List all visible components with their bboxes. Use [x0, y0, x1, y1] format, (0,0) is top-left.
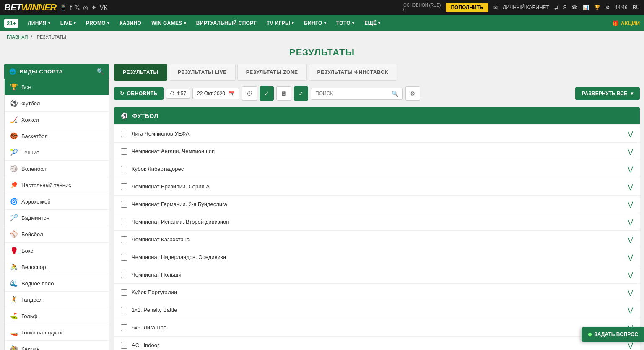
sidebar-item-баскетбол[interactable]: 🏀Баскетбол	[5, 128, 109, 144]
cabinet-label[interactable]: ЛИЧНЫЙ КАБИНЕТ	[503, 5, 549, 10]
competition-row[interactable]: Кубок Португалии⋁	[114, 284, 640, 301]
sidebar-item-бадминтон[interactable]: 🏸Бадминтон	[5, 210, 109, 226]
competition-checkbox[interactable]	[121, 166, 127, 172]
nav-toto[interactable]: ТОТО ▾	[331, 15, 359, 31]
sidebar-item-кейрин[interactable]: 🚵Кейрин	[5, 341, 109, 350]
facebook-icon[interactable]: f	[70, 4, 72, 11]
sidebar-item-водное-поло[interactable]: 🌊Водное поло	[5, 275, 109, 292]
sidebar-item-все[interactable]: 🏆Все	[5, 79, 109, 95]
phone-icon[interactable]: ☎	[571, 5, 578, 10]
sidebar-item-гандбол[interactable]: 🤾Гандбол	[5, 292, 109, 308]
nav-bingo[interactable]: БИНГО ▾	[299, 15, 331, 31]
competition-row[interactable]: Чемпионат Нидерландов. Эредивизи⋁	[114, 248, 640, 266]
nav-live[interactable]: LIVE ▾	[55, 15, 81, 31]
expand-competition-icon[interactable]: ⋁	[628, 341, 633, 349]
competition-row[interactable]: ACL Indoor⋁	[114, 337, 640, 350]
sidebar-item-велоспорт[interactable]: 🚴Велоспорт	[5, 259, 109, 275]
clock-filter-button[interactable]: ⏱	[242, 86, 257, 101]
competition-row[interactable]: Чемпионат Англии. Чемпионшип⋁	[114, 143, 640, 160]
breadcrumb-home[interactable]: ГЛАВНАЯ	[7, 34, 28, 39]
search-input[interactable]	[315, 91, 389, 97]
competition-row[interactable]: Чемпионат Казахстана⋁	[114, 231, 640, 248]
competition-checkbox[interactable]	[121, 324, 127, 331]
expand-competition-icon[interactable]: ⋁	[628, 130, 633, 138]
stats-icon[interactable]: 📊	[583, 5, 589, 10]
twitter-icon[interactable]: 𝕏	[75, 4, 80, 11]
competition-row[interactable]: Чемпионат Германии. 2-я Бундеслига⋁	[114, 196, 640, 213]
competition-checkbox[interactable]	[121, 131, 127, 137]
monitor-check-button[interactable]: ✓	[294, 86, 308, 101]
sidebar-item-хоккей[interactable]: 🏒Хоккей	[5, 112, 109, 128]
expand-competition-icon[interactable]: ⋁	[628, 147, 633, 155]
monitor-filter-button[interactable]: 🖥	[276, 86, 291, 101]
competition-checkbox[interactable]	[121, 307, 127, 313]
sidebar-item-бокс[interactable]: 🥊Бокс	[5, 243, 109, 259]
timer-value: 4:57	[177, 91, 186, 97]
sidebar-item-гонки-на-лодках[interactable]: 🚤Гонки на лодках	[5, 324, 109, 341]
lang-display[interactable]: RU	[633, 5, 640, 10]
competition-row[interactable]: Чемпионат Испании. Второй дивизион⋁	[114, 213, 640, 231]
competition-checkbox[interactable]	[121, 289, 127, 296]
competition-row[interactable]: 6x6. Лига Про⋁	[114, 319, 640, 337]
sidebar-item-волейбол[interactable]: 🏐Волейбол	[5, 161, 109, 177]
nav-akci[interactable]: 🎁 АКЦИИ	[612, 20, 640, 26]
competition-checkbox[interactable]	[121, 272, 127, 278]
vk-icon[interactable]: VK	[100, 4, 108, 11]
competition-row[interactable]: 1x1. Penalty Battle⋁	[114, 301, 640, 319]
expand-competition-icon[interactable]: ⋁	[628, 271, 633, 279]
check-filter-button[interactable]: ✓	[260, 86, 274, 101]
expand-competition-icon[interactable]: ⋁	[628, 235, 633, 243]
mobile-icon[interactable]: 📱	[60, 4, 67, 11]
trophy-icon[interactable]: 🏆	[594, 5, 600, 10]
deposit-button[interactable]: ПОПОЛНИТЬ	[446, 3, 488, 12]
nav-virtual[interactable]: ВИРТУАЛЬНЫЙ СПОРТ	[191, 15, 262, 31]
nav-promo[interactable]: PROMO ▾	[81, 15, 114, 31]
expand-competition-icon[interactable]: ⋁	[628, 200, 633, 208]
tab-результаты-zone[interactable]: РЕЗУЛЬТАТЫ ZONE	[237, 64, 307, 81]
expand-competition-icon[interactable]: ⋁	[628, 165, 633, 173]
sidebar-item-аэрохоккей[interactable]: 🌀Аэрохоккей	[5, 193, 109, 210]
sidebar-item-настольный-теннис[interactable]: 🏓Настольный теннис	[5, 177, 109, 193]
sidebar-item-теннис[interactable]: 🎾Теннис	[5, 144, 109, 161]
nav-more[interactable]: ЕЩЁ ▾	[359, 15, 385, 31]
competition-checkbox[interactable]	[121, 236, 127, 243]
tab-результаты-live[interactable]: РЕЗУЛЬТАТЫ LIVE	[169, 64, 236, 81]
sidebar-search-icon[interactable]: 🔍	[97, 68, 104, 75]
chat-button[interactable]: ЗАДАТЬ ВОПРОС	[582, 327, 644, 342]
date-picker[interactable]: 22 Окт 2020 📅	[192, 88, 239, 99]
telegram-icon[interactable]: ✈	[91, 4, 96, 11]
expand-competition-icon[interactable]: ⋁	[628, 306, 633, 314]
nav-tv[interactable]: TV ИГРЫ ▾	[262, 15, 299, 31]
sidebar-item-гольф[interactable]: ⛳Гольф	[5, 308, 109, 324]
sidebar-item-бейсбол[interactable]: ⚾Бейсбол	[5, 226, 109, 243]
expand-all-button[interactable]: РАЗВЕРНУТЬ ВСЕ ▾	[575, 87, 640, 100]
expand-competition-icon[interactable]: ⋁	[628, 253, 633, 261]
competition-row[interactable]: Лига Чемпионов УЕФА⋁	[114, 125, 640, 143]
nav-wingames[interactable]: WIN GAMES ▾	[146, 15, 191, 31]
mail-icon[interactable]: ✉	[493, 5, 498, 10]
sidebar-item-футбол[interactable]: ⚽Футбол	[5, 95, 109, 112]
competition-checkbox[interactable]	[121, 201, 127, 208]
competition-checkbox[interactable]	[121, 219, 127, 225]
competition-checkbox[interactable]	[121, 254, 127, 261]
competition-checkbox[interactable]	[121, 148, 127, 155]
expand-competition-icon[interactable]: ⋁	[628, 183, 633, 191]
update-button[interactable]: ↻ ОБНОВИТЬ	[114, 87, 164, 100]
competition-row[interactable]: Чемпионат Бразилии. Серия А⋁	[114, 178, 640, 196]
competition-checkbox[interactable]	[121, 342, 127, 349]
competition-row[interactable]: Кубок Либертадорес⋁	[114, 160, 640, 178]
competition-checkbox[interactable]	[121, 183, 127, 190]
nav-casino[interactable]: КАЗИНО	[114, 15, 146, 31]
instagram-icon[interactable]: ◎	[83, 4, 88, 11]
expand-competition-icon[interactable]: ⋁	[628, 218, 633, 226]
tab-результаты-финставок[interactable]: РЕЗУЛЬТАТЫ ФИНСТАВОК	[309, 64, 397, 81]
expand-competition-icon[interactable]: ⋁	[628, 288, 633, 296]
currency-icon[interactable]: $	[564, 5, 566, 10]
competition-row[interactable]: Чемпионат Польши⋁	[114, 266, 640, 284]
transfer-icon[interactable]: ⇄	[554, 5, 558, 10]
nav-liniya[interactable]: ЛИНИЯ ▾	[23, 15, 55, 31]
settings-filter-button[interactable]: ⚙	[405, 86, 420, 101]
settings-icon[interactable]: ⚙	[605, 5, 610, 10]
tab-результаты[interactable]: РЕЗУЛЬТАТЫ	[114, 64, 167, 81]
search-box[interactable]: 🔍	[311, 88, 403, 100]
